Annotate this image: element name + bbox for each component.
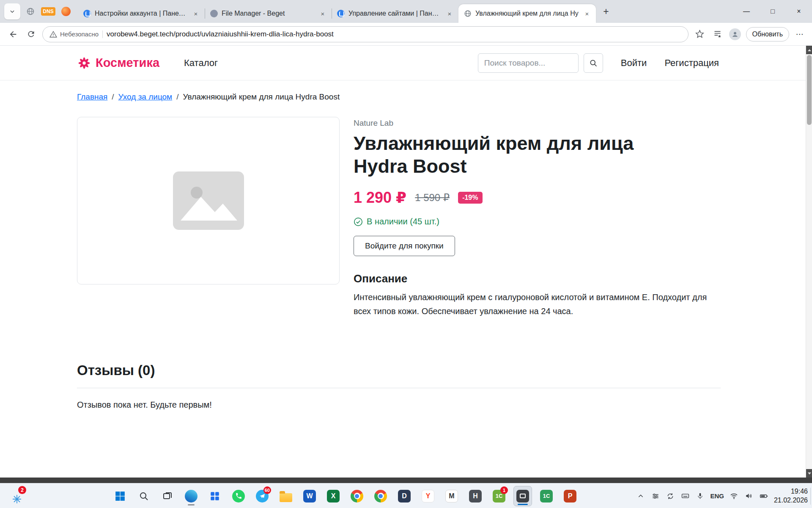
back-button[interactable] bbox=[7, 28, 19, 41]
h-app-icon: H bbox=[469, 490, 482, 502]
browser-menu-button[interactable]: ⋯ bbox=[794, 29, 805, 39]
scroll-up-button[interactable] bbox=[806, 46, 812, 54]
maximize-button[interactable]: □ bbox=[760, 0, 786, 23]
update-browser-button[interactable]: Обновить bbox=[746, 27, 789, 41]
star-icon bbox=[695, 30, 704, 39]
task-view-button[interactable] bbox=[158, 486, 177, 506]
battery-button[interactable] bbox=[759, 491, 768, 501]
tray-sliders-button[interactable] bbox=[651, 491, 660, 501]
pinned-app-button[interactable] bbox=[58, 4, 74, 19]
web-page: Косметика Каталог Войти Регистрация Глав… bbox=[0, 46, 806, 478]
taskbar-app-green[interactable]: 1C bbox=[537, 486, 556, 506]
taskbar-app-whatsapp[interactable] bbox=[229, 486, 248, 506]
login-to-buy-button[interactable]: Войдите для покупки bbox=[354, 236, 455, 256]
scroll-down-button[interactable] bbox=[806, 469, 812, 478]
search-button[interactable] bbox=[584, 53, 603, 73]
collections-button[interactable] bbox=[711, 28, 724, 41]
tray-sync-button[interactable] bbox=[666, 491, 675, 501]
tab-close-icon[interactable]: × bbox=[318, 9, 327, 18]
search-input[interactable] bbox=[478, 53, 579, 73]
refresh-button[interactable] bbox=[25, 28, 37, 41]
security-chip[interactable]: Небезопасно bbox=[49, 30, 99, 38]
tab-title: Увлажняющий крем для лица Hy bbox=[475, 10, 579, 17]
volume-button[interactable] bbox=[744, 491, 754, 501]
taskbar-app-chrome[interactable] bbox=[348, 486, 366, 506]
new-tab-button[interactable]: + bbox=[599, 5, 613, 18]
taskbar-app-capture[interactable] bbox=[513, 486, 532, 506]
taskbar-app-powerpoint[interactable]: P bbox=[561, 486, 579, 506]
reviews-title: Отзывы (0) bbox=[77, 362, 721, 378]
taskbar-app-d[interactable]: D bbox=[395, 486, 414, 506]
network-button[interactable] bbox=[730, 491, 739, 501]
tab-close-icon[interactable]: × bbox=[445, 9, 454, 18]
sync-icon bbox=[667, 492, 674, 500]
folder-icon bbox=[280, 493, 292, 502]
tray-mic-button[interactable] bbox=[695, 491, 705, 501]
taskbar-app-excel[interactable]: X bbox=[324, 486, 343, 506]
task-view-icon bbox=[162, 491, 173, 501]
taskbar-app-chrome-2[interactable] bbox=[371, 486, 390, 506]
widgets-button[interactable]: 2 bbox=[6, 485, 28, 506]
browser-tab-active[interactable]: Увлажняющий крем для лица Hy × bbox=[458, 4, 596, 23]
filemanager-favicon bbox=[210, 9, 218, 18]
taskbar-search-button[interactable] bbox=[134, 486, 153, 506]
app-grid-icon bbox=[209, 491, 220, 502]
taskbar-app-explorer[interactable] bbox=[277, 486, 295, 506]
profile-avatar[interactable] bbox=[729, 28, 741, 40]
telegram-badge: 60 bbox=[263, 486, 271, 494]
favorite-button[interactable] bbox=[694, 28, 706, 41]
flame-icon bbox=[61, 7, 71, 16]
taskbar-clock[interactable]: 19:46 21.02.2026 bbox=[774, 487, 808, 505]
stock-label: В наличии (45 шт.) bbox=[367, 217, 439, 226]
taskbar-app-1c[interactable]: 1 1C bbox=[490, 486, 508, 506]
taskbar-app-edge[interactable] bbox=[182, 486, 200, 506]
address-bar[interactable]: Небезопасно vorobew4.beget.tech/product/… bbox=[42, 26, 689, 42]
login-link[interactable]: Войти bbox=[621, 58, 647, 69]
pinned-dns-button[interactable]: DNS bbox=[41, 4, 56, 19]
taskbar-app-store[interactable] bbox=[206, 486, 224, 506]
taskbar-app-word[interactable]: W bbox=[300, 486, 319, 506]
refresh-icon bbox=[27, 30, 36, 39]
dns-icon: DNS bbox=[41, 7, 55, 16]
close-button[interactable]: × bbox=[786, 0, 812, 23]
scrollbar-thumb[interactable] bbox=[807, 55, 812, 125]
taskbar-app-mail[interactable]: M bbox=[442, 486, 461, 506]
tab-title: File Manager - Beget bbox=[222, 10, 315, 17]
discount-badge: -19% bbox=[458, 192, 482, 204]
description-title: Описание bbox=[354, 272, 719, 285]
start-button[interactable] bbox=[111, 486, 129, 506]
nav-catalog-link[interactable]: Каталог bbox=[184, 58, 218, 69]
chrome-icon bbox=[374, 490, 387, 502]
page-footer-strip bbox=[0, 478, 812, 483]
minimize-button[interactable]: — bbox=[733, 0, 760, 23]
breadcrumb-category-link[interactable]: Уход за лицом bbox=[118, 92, 173, 102]
tab-search-button[interactable] bbox=[4, 3, 20, 19]
tab-close-icon[interactable]: × bbox=[191, 9, 200, 18]
browser-tab-1[interactable]: Настройки аккаунта | Панель упр × bbox=[78, 4, 205, 23]
site-logo[interactable]: Косметика bbox=[77, 56, 159, 70]
pinned-globe-button[interactable] bbox=[23, 4, 38, 19]
tray-overflow-button[interactable] bbox=[636, 491, 645, 501]
language-indicator[interactable]: ENG bbox=[710, 492, 724, 500]
stock-status: В наличии (45 шт.) bbox=[354, 217, 719, 226]
price-row: 1 290 ₽ 1 590 ₽ -19% bbox=[354, 189, 719, 207]
register-link[interactable]: Регистрация bbox=[664, 58, 719, 69]
taskbar-app-yandex[interactable]: Y bbox=[419, 486, 437, 506]
taskbar-apps: 60 W X D Y M H 1 1C 1C P bbox=[111, 483, 579, 508]
show-desktop-button[interactable] bbox=[810, 488, 812, 505]
description-text: Интенсивный увлажняющий крем с гиалуроно… bbox=[354, 290, 719, 318]
browser-tab-3[interactable]: Управление сайтами | Панель упр × bbox=[332, 4, 458, 23]
url-text[interactable]: vorobew4.beget.tech/product/uvlazniaiush… bbox=[107, 30, 334, 39]
taskbar-app-h[interactable]: H bbox=[466, 486, 485, 506]
beget-favicon bbox=[83, 9, 91, 18]
page-scrollbar[interactable] bbox=[806, 46, 812, 478]
chevron-up-icon bbox=[637, 493, 644, 500]
tab-close-icon[interactable]: × bbox=[582, 9, 592, 18]
product-old-price: 1 590 ₽ bbox=[415, 192, 450, 204]
breadcrumb-home-link[interactable]: Главная bbox=[77, 92, 107, 102]
tray-keyboard-button[interactable] bbox=[680, 491, 690, 501]
browser-tab-2[interactable]: File Manager - Beget × bbox=[205, 4, 332, 23]
excel-icon: X bbox=[327, 490, 340, 502]
taskbar-app-telegram[interactable]: 60 bbox=[253, 486, 272, 506]
browser-tab-strip: DNS Настройки аккаунта | Панель упр × Fi… bbox=[0, 0, 812, 23]
